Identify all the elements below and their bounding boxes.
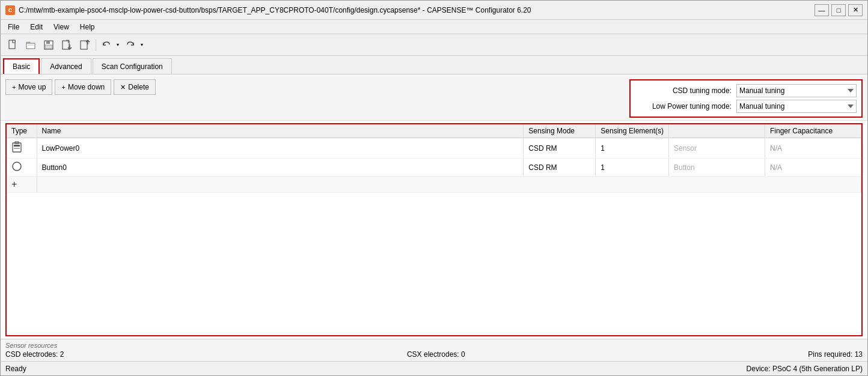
- move-up-button[interactable]: + Move up: [5, 79, 52, 95]
- export-icon: [61, 40, 72, 50]
- delete-icon: ✕: [120, 83, 126, 91]
- table-row[interactable]: Button0 CSD RM 1 Button N/A: [7, 159, 861, 177]
- row2-type: [7, 159, 37, 177]
- action-bar: + Move up + Move down ✕ Delete: [5, 79, 156, 95]
- add-row-spacer: [37, 177, 861, 193]
- move-up-icon: +: [12, 83, 16, 91]
- table-header-row: Type Name Sensing Mode Sensing Element(s…: [7, 124, 861, 138]
- status-text: Ready: [5, 365, 26, 373]
- menu-file[interactable]: File: [3, 22, 24, 32]
- pins-required: Pins required: 13: [808, 350, 863, 359]
- lowpower-tuning-row: Low Power tuning mode: Manual tuning Sma…: [635, 100, 857, 113]
- toolbar-separator: [96, 39, 96, 51]
- tab-basic[interactable]: Basic: [3, 58, 40, 74]
- lowpower-icon: [11, 141, 22, 154]
- redo-icon: [126, 40, 135, 50]
- col-header-type: Type: [7, 124, 37, 138]
- svg-rect-11: [13, 143, 21, 152]
- undo-group: ▾: [99, 37, 121, 53]
- row2-element-label: Button: [669, 159, 765, 177]
- move-down-button[interactable]: + Move down: [55, 79, 111, 95]
- widget-table-container: Type Name Sensing Mode Sensing Element(s…: [5, 123, 863, 336]
- row1-type: [7, 138, 37, 159]
- button-icon: [11, 161, 22, 172]
- csd-electrodes: CSD electrodes: 2: [5, 350, 64, 359]
- svg-rect-5: [46, 41, 50, 44]
- lowpower-tuning-select[interactable]: Manual tuning SmartSense (Full Auto-Tune…: [736, 100, 857, 113]
- minimize-button[interactable]: —: [815, 4, 829, 16]
- toolbar: ▾ ▾: [1, 34, 867, 56]
- title-bar: C C:/mtw/mtb-example-psoc4-msclp-low-pow…: [1, 1, 867, 20]
- csd-tuning-label: CSD tuning mode:: [635, 86, 732, 95]
- status-bar: Ready Device: PSoC 4 (5th Generation LP): [1, 361, 867, 375]
- redo-group: ▾: [123, 37, 145, 53]
- tab-advanced[interactable]: Advanced: [41, 58, 91, 74]
- row2-name: Button0: [37, 159, 524, 177]
- tab-scan-configuration[interactable]: Scan Configuration: [93, 58, 172, 74]
- table-row[interactable]: LowPower0 CSD RM 1 Sensor N/A: [7, 138, 861, 159]
- delete-button[interactable]: ✕ Delete: [114, 79, 156, 95]
- add-widget-row[interactable]: +: [7, 177, 861, 193]
- col-header-elements: Sensing Element(s): [596, 124, 669, 138]
- svg-rect-13: [14, 145, 20, 147]
- menu-edit[interactable]: Edit: [25, 22, 47, 32]
- csd-tuning-row: CSD tuning mode: Manual tuning SmartSens…: [635, 84, 857, 97]
- device-info: Device: PSoC 4 (5th Generation LP): [747, 365, 863, 373]
- status-panel-title: Sensor resources: [5, 342, 863, 349]
- row2-elements: 1: [596, 159, 669, 177]
- tabs-bar: Basic Advanced Scan Configuration: [1, 56, 867, 74]
- csd-tuning-select[interactable]: Manual tuning SmartSense (Full Auto-Tune…: [736, 84, 857, 97]
- status-row: CSD electrodes: 2 CSX electrodes: 0 Pins…: [5, 350, 863, 359]
- action-bar-wrapper: + Move up + Move down ✕ Delete CSD tunin…: [1, 74, 867, 121]
- save-button[interactable]: [40, 37, 57, 53]
- tuning-panel: CSD tuning mode: Manual tuning SmartSens…: [629, 79, 863, 118]
- row1-name: LowPower0: [37, 138, 524, 159]
- move-down-icon: +: [61, 83, 65, 91]
- redo-button[interactable]: [123, 37, 138, 53]
- save-icon: [43, 40, 54, 50]
- col-header-element-label: [669, 124, 765, 138]
- row2-finger-cap: N/A: [765, 159, 861, 177]
- svg-rect-6: [45, 45, 52, 49]
- lowpower-tuning-label: Low Power tuning mode:: [635, 102, 732, 111]
- window-title: C:/mtw/mtb-example-psoc4-msclp-low-power…: [19, 6, 531, 14]
- maximize-button[interactable]: □: [831, 4, 846, 16]
- undo-icon: [102, 40, 111, 50]
- window-controls: — □ ✕: [815, 4, 863, 16]
- svg-marker-1: [13, 40, 15, 43]
- row1-sensing: CSD RM: [524, 138, 596, 159]
- col-header-name: Name: [37, 124, 524, 138]
- row1-element-label: Sensor: [669, 138, 765, 159]
- row1-elements: 1: [596, 138, 669, 159]
- undo-dropdown[interactable]: ▾: [114, 37, 121, 53]
- new-button[interactable]: [4, 37, 21, 53]
- add-widget-icon[interactable]: +: [11, 179, 17, 189]
- app-icon: C: [5, 5, 15, 15]
- share-icon: [79, 40, 90, 50]
- svg-point-15: [13, 162, 21, 171]
- undo-button[interactable]: [99, 37, 114, 53]
- row1-finger-cap: N/A: [765, 138, 861, 159]
- svg-rect-14: [14, 148, 20, 149]
- menu-bar: File Edit View Help: [1, 20, 867, 34]
- open-button[interactable]: [22, 37, 39, 53]
- close-button[interactable]: ✕: [848, 4, 863, 16]
- export-button[interactable]: [58, 37, 75, 53]
- csx-electrodes: CSX electrodes: 0: [407, 350, 465, 359]
- menu-view[interactable]: View: [49, 22, 74, 32]
- status-panel: Sensor resources CSD electrodes: 2 CSX e…: [1, 339, 867, 361]
- redo-dropdown[interactable]: ▾: [138, 37, 145, 53]
- title-bar-left: C C:/mtw/mtb-example-psoc4-msclp-low-pow…: [5, 5, 531, 15]
- open-icon: [25, 40, 36, 50]
- col-header-sensing: Sensing Mode: [524, 124, 596, 138]
- col-header-finger: Finger Capacitance: [765, 124, 861, 138]
- main-content: + Move up + Move down ✕ Delete CSD tunin…: [1, 74, 867, 361]
- menu-help[interactable]: Help: [75, 22, 100, 32]
- add-icon-cell[interactable]: +: [7, 177, 37, 193]
- row2-sensing: CSD RM: [524, 159, 596, 177]
- main-window: C C:/mtw/mtb-example-psoc4-msclp-low-pow…: [0, 0, 868, 376]
- new-icon: [7, 40, 18, 50]
- share-button[interactable]: [76, 37, 93, 53]
- widget-table: Type Name Sensing Mode Sensing Element(s…: [7, 124, 861, 193]
- svg-rect-3: [26, 43, 35, 49]
